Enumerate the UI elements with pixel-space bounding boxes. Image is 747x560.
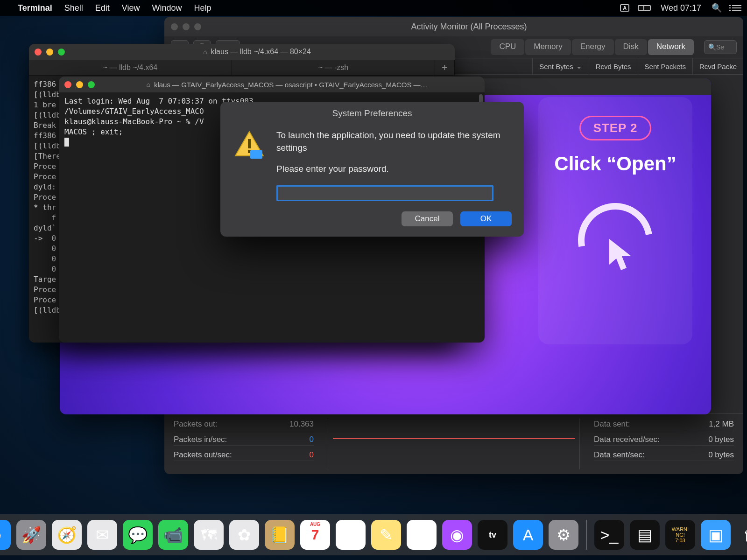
dock-app-console[interactable]: WARNING!7:03 (665, 520, 695, 550)
col-sent-bytes[interactable]: Sent Bytes ⌄ (532, 58, 589, 74)
control-center-icon[interactable] (732, 4, 741, 12)
menu-edit[interactable]: Edit (95, 3, 110, 13)
terminal-titlebar[interactable]: ⌂klaus — GTAIV_EarlyAccess_MACOS — osasc… (59, 77, 485, 92)
dock-app-safari[interactable]: 🧭 (52, 520, 82, 550)
svg-rect-2 (250, 150, 262, 159)
display-mirroring-icon[interactable] (640, 4, 650, 12)
tab-energy[interactable]: Energy (572, 39, 614, 55)
svg-rect-0 (248, 139, 251, 148)
terminal-tab-2[interactable]: ~ — -zsh (232, 60, 435, 75)
menubar: Terminal Shell Edit View Window Help A W… (0, 0, 747, 16)
dock-app-launchpad[interactable]: 🚀 (16, 520, 46, 550)
activity-search[interactable]: 🔍 Se (704, 40, 737, 54)
dock-app-maps[interactable]: 🗺 (194, 520, 224, 550)
menu-shell[interactable]: Shell (64, 3, 83, 13)
dock: ☺🚀🧭✉︎💬📹🗺✿📒AUG7≣✎♪◉tvA⚙>_▤WARNING!7:03▣🗑 (0, 514, 747, 555)
terminal-new-tab-button[interactable]: + (435, 60, 455, 75)
input-source-icon[interactable]: A (620, 4, 630, 12)
sort-chevron-icon: ⌄ (576, 62, 582, 70)
warning-icon (233, 129, 266, 162)
network-mini-chart (328, 419, 580, 469)
dialog-text: To launch the application, you need to u… (276, 129, 512, 183)
spotlight-icon[interactable]: 🔍 (712, 3, 722, 13)
click-open-icon (578, 203, 653, 278)
dock-app-notes[interactable]: ✎ (371, 520, 401, 550)
activity-footer: Packets out:10.363 Packets in/sec:0 Pack… (164, 413, 743, 474)
menu-help[interactable]: Help (194, 3, 211, 13)
tab-memory[interactable]: Memory (525, 39, 571, 55)
terminal-tab-1[interactable]: ~ — lldb ~/4.x64 (29, 60, 232, 75)
step-headline: Click “Open” (554, 153, 676, 175)
dock-app-appstore[interactable]: A (513, 520, 543, 550)
terminal-titlebar[interactable]: ⌂klaus — lldb ~/4.x64 — 80×24 (29, 44, 455, 60)
footer-right-stats: Data sent:1,2 MB Data received/sec:0 byt… (594, 419, 734, 469)
dock-app-photos[interactable]: ✿ (229, 520, 259, 550)
home-icon: ⌂ (146, 81, 150, 88)
menubar-clock[interactable]: Wed 07:17 (661, 3, 701, 13)
menu-view[interactable]: View (122, 3, 140, 13)
col-rcvd-packets[interactable]: Rcvd Packe (692, 58, 743, 74)
dock-app-mail[interactable]: ✉︎ (87, 520, 117, 550)
dock-separator (586, 520, 587, 550)
dock-app-facetime[interactable]: 📹 (158, 520, 188, 550)
dock-app-podcasts[interactable]: ◉ (442, 520, 472, 550)
dialog-title: System Preferences (220, 102, 524, 123)
activity-titlebar[interactable]: Activity Monitor (All Processes) (164, 17, 743, 36)
dock-app-music[interactable]: ♪ (407, 520, 437, 550)
ok-button[interactable]: OK (460, 211, 512, 226)
menu-window[interactable]: Window (152, 3, 182, 13)
col-sent-packets[interactable]: Sent Packets (638, 58, 692, 74)
terminal-title: klaus — lldb ~/4.x64 — 80×24 (211, 48, 311, 56)
dock-app-contacts[interactable]: 📒 (265, 520, 295, 550)
tab-disk[interactable]: Disk (615, 39, 647, 55)
tab-network[interactable]: Network (648, 39, 694, 55)
window-traffic-lights[interactable] (171, 23, 201, 30)
window-traffic-lights[interactable] (64, 81, 95, 88)
dock-app-calendar[interactable]: AUG7 (300, 520, 330, 550)
dock-app-messages[interactable]: 💬 (123, 520, 153, 550)
dock-app-finder[interactable]: ☺ (0, 520, 11, 550)
footer-left-stats: Packets out:10.363 Packets in/sec:0 Pack… (174, 419, 314, 469)
dock-app-terminal[interactable]: >_ (594, 520, 624, 550)
dock-app-folder[interactable]: ▣ (701, 520, 731, 550)
activity-tabbar: CPU Memory Energy Disk Network (491, 39, 694, 55)
window-traffic-lights[interactable] (35, 49, 65, 56)
dock-app-activity-monitor[interactable]: ▤ (630, 520, 660, 550)
cancel-button[interactable]: Cancel (402, 211, 453, 226)
dock-app-reminders[interactable]: ≣ (336, 520, 366, 550)
dock-trash[interactable]: 🗑 (736, 520, 747, 550)
activity-title: Activity Monitor (All Processes) (201, 22, 737, 32)
terminal-tabs: ~ — lldb ~/4.x64 ~ — -zsh + (29, 60, 455, 76)
password-dialog: System Preferences To launch the applica… (220, 102, 524, 237)
step-badge: STEP 2 (579, 116, 651, 140)
col-rcvd-bytes[interactable]: Rcvd Bytes (589, 58, 638, 74)
app-menu[interactable]: Terminal (18, 3, 52, 13)
dock-app-tv[interactable]: tv (478, 520, 507, 550)
installer-step2-card: STEP 2 Click “Open” (538, 97, 692, 344)
terminal-title: klaus — GTAIV_EarlyAccess_MACOS — osascr… (154, 81, 428, 89)
home-icon: ⌂ (203, 48, 207, 56)
password-input[interactable] (276, 185, 493, 201)
tab-cpu[interactable]: CPU (491, 39, 524, 55)
dock-app-settings[interactable]: ⚙ (549, 520, 578, 550)
